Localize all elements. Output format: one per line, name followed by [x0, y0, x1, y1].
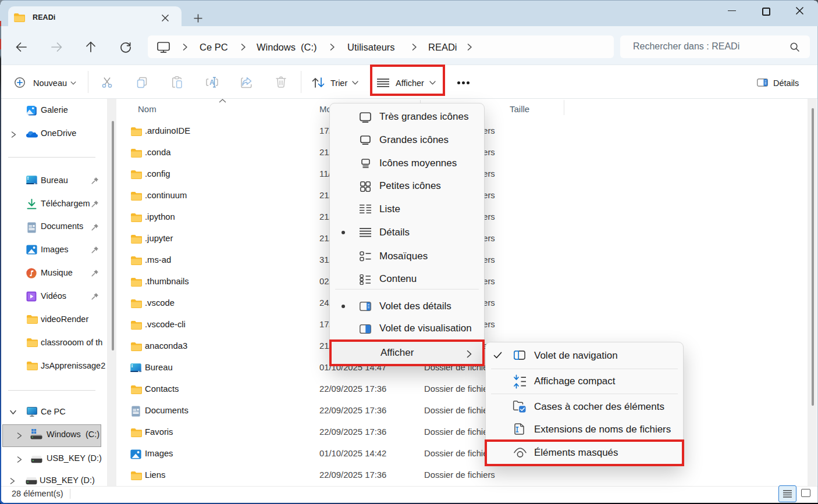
svg-text:A: A: [209, 78, 215, 87]
